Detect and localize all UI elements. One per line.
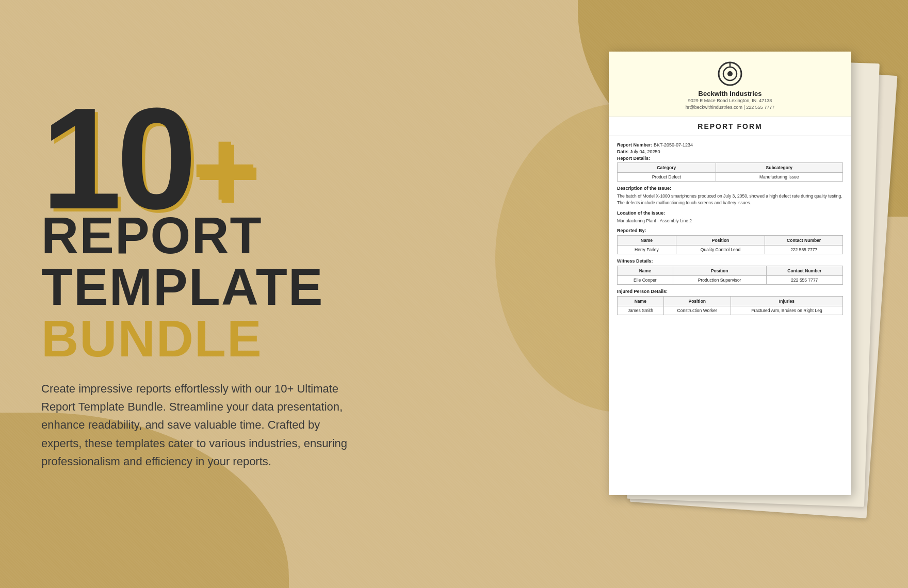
svg-point-2 <box>727 71 733 76</box>
name-col-header: Name <box>618 236 676 246</box>
document-header: Beckwith Industries 9029 E Mace Road Lex… <box>609 52 851 117</box>
category-value: Product Defect <box>618 173 716 182</box>
document-title-bar: REPORT FORM <box>609 117 851 136</box>
witness-name: Elle Cooper <box>618 276 673 285</box>
injured-injuries-header: Injuries <box>731 297 842 306</box>
company-name: Beckwith Industries <box>619 90 841 97</box>
date-field: Date: July 04, 20250 <box>617 149 843 154</box>
bundle-label: BUNDLE <box>41 313 428 364</box>
injured-table: Name Position Injuries James Smith Const… <box>617 296 843 315</box>
injured-position: Construction Worker <box>663 306 731 315</box>
big-number: 10+ <box>41 97 428 220</box>
subcategory-col-header: Subcategory <box>716 163 842 173</box>
report-details-field: Report Details: <box>617 156 843 161</box>
reported-by-table: Name Position Contact Number Herry Farle… <box>617 235 843 254</box>
contact-col-header: Contact Number <box>765 236 843 246</box>
category-table: Category Subcategory Product Defect Manu… <box>617 162 843 182</box>
position-col-header: Position <box>676 236 765 246</box>
table-row: Product Defect Manufacturing Issue <box>618 173 843 182</box>
reporter-position: Quality Control Lead <box>676 246 765 254</box>
company-logo <box>717 61 743 87</box>
description-text: The batch of Model X-1000 smartphones pr… <box>617 193 843 206</box>
injured-injuries: Fractured Arm, Bruises on Right Leg <box>731 306 842 315</box>
main-document: Beckwith Industries 9029 E Mace Road Lex… <box>609 52 851 495</box>
document-body: Report Number: BKT-2050-07-1234 Date: Ju… <box>609 136 851 325</box>
location-text: Manufacturing Plant - Assembly Line 2 <box>617 218 843 224</box>
subcategory-value: Manufacturing Issue <box>716 173 842 182</box>
witness-table: Name Position Contact Number Elle Cooper… <box>617 266 843 285</box>
injured-position-header: Position <box>663 297 731 306</box>
witness-contact-header: Contact Number <box>766 266 842 276</box>
witness-section-label: Witness Details: <box>617 258 843 264</box>
number-10: 10 <box>41 78 191 239</box>
left-content-area: 10+ REPORT TEMPLATE BUNDLE Create impres… <box>41 0 428 588</box>
company-address: 9029 E Mace Road Lexington, IN. 47138 <box>619 97 841 104</box>
plus-sign: + <box>191 106 252 233</box>
witness-position: Production Supervisor <box>673 276 766 285</box>
table-row: Herry Farley Quality Control Lead 222 55… <box>618 246 843 254</box>
witness-position-header: Position <box>673 266 766 276</box>
injured-name-header: Name <box>618 297 664 306</box>
reported-by-label: Reported By: <box>617 228 843 233</box>
document-title: REPORT FORM <box>614 122 846 130</box>
location-section-label: Location of the Issue: <box>617 210 843 216</box>
description-text: Create impressive reports effortlessly w… <box>41 380 361 470</box>
report-number-value: BKT-2050-07-1234 <box>654 142 693 148</box>
table-row: Elle Cooper Production Supervisor 222 55… <box>618 276 843 285</box>
template-label: TEMPLATE <box>41 261 428 313</box>
date-label: Date: <box>617 149 629 154</box>
report-details-label: Report Details: <box>617 156 650 161</box>
company-contact: hr@beckwithindustries.com | 222 555 7777 <box>619 104 841 111</box>
table-row: James Smith Construction Worker Fracture… <box>618 306 843 315</box>
date-value: July 04, 20250 <box>630 149 660 154</box>
witness-contact: 222 555 7777 <box>766 276 842 285</box>
reporter-name: Herry Farley <box>618 246 676 254</box>
witness-name-header: Name <box>618 266 673 276</box>
category-col-header: Category <box>618 163 716 173</box>
reporter-contact: 222 555 7777 <box>765 246 843 254</box>
documents-area: Beckwith Industries 9029 E Mace Road Lex… <box>609 52 867 526</box>
injured-section-label: Injured Person Details: <box>617 289 843 294</box>
report-number-label: Report Number: <box>617 142 653 148</box>
injured-name: James Smith <box>618 306 664 315</box>
description-section-label: Description of the Issue: <box>617 186 843 191</box>
report-number-field: Report Number: BKT-2050-07-1234 <box>617 142 843 148</box>
